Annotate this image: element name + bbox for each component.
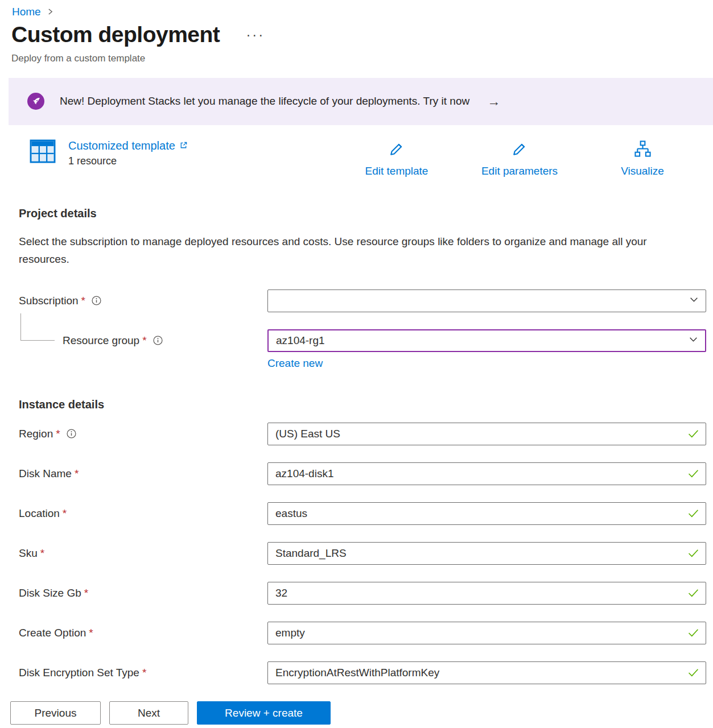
required-asterisk: * xyxy=(142,334,146,347)
customized-template-link[interactable]: Customized template xyxy=(68,139,188,152)
required-asterisk: * xyxy=(89,627,93,639)
project-details-description: Select the subscription to manage deploy… xyxy=(19,233,673,268)
region-label: Region * xyxy=(19,428,267,440)
valid-check-icon xyxy=(688,509,699,518)
create-option-label-text: Create Option xyxy=(19,627,86,639)
review-create-button[interactable]: Review + create xyxy=(197,701,331,725)
deployment-stacks-banner[interactable]: New! Deployment Stacks let you manage th… xyxy=(9,78,713,125)
project-details-heading: Project details xyxy=(19,207,706,220)
valid-check-icon xyxy=(688,628,699,637)
arrow-right-icon[interactable]: → xyxy=(487,95,500,108)
required-asterisk: * xyxy=(81,295,85,307)
create-option-value: empty xyxy=(275,627,305,639)
pencil-icon xyxy=(510,139,529,161)
required-asterisk: * xyxy=(84,587,88,599)
info-icon[interactable] xyxy=(92,296,101,305)
required-asterisk: * xyxy=(75,468,79,480)
visualize-button[interactable]: Visualize xyxy=(581,139,704,177)
chevron-down-icon xyxy=(689,334,698,347)
template-actions: Edit template Edit parameters Visualize xyxy=(335,139,704,177)
sku-value: Standard_LRS xyxy=(275,547,347,560)
page-subtitle: Deploy from a custom template xyxy=(0,47,713,64)
required-asterisk: * xyxy=(63,507,67,520)
form-row-region: Region * (US) East US xyxy=(19,423,706,445)
create-option-label: Create Option * xyxy=(19,627,267,639)
disk-name-label-text: Disk Name xyxy=(19,468,72,480)
disk-encryption-set-type-input[interactable]: EncryptionAtRestWithPlatformKey xyxy=(267,661,706,684)
org-chart-icon xyxy=(633,139,652,161)
breadcrumb-chevron-icon xyxy=(48,6,53,18)
chevron-down-icon xyxy=(689,295,699,307)
disk-name-label: Disk Name * xyxy=(19,468,267,480)
edit-template-label: Edit template xyxy=(365,165,428,177)
region-label-text: Region xyxy=(19,428,53,440)
page-header: Custom deployment ··· xyxy=(0,18,713,47)
disk-size-gb-value: 32 xyxy=(275,587,287,599)
resource-group-label-text: Resource group xyxy=(63,334,139,347)
location-value: eastus xyxy=(275,507,307,520)
location-label: Location * xyxy=(19,507,267,520)
disk-name-input[interactable]: az104-disk1 xyxy=(267,462,706,485)
rocket-icon xyxy=(27,93,44,110)
resource-count: 1 resource xyxy=(68,155,188,167)
edit-template-button[interactable]: Edit template xyxy=(335,139,458,177)
create-option-input[interactable]: empty xyxy=(267,622,706,644)
required-asterisk: * xyxy=(142,667,146,679)
subscription-label: Subscription * xyxy=(19,295,267,307)
instance-details-heading: Instance details xyxy=(19,398,706,411)
sku-input[interactable]: Standard_LRS xyxy=(267,542,706,565)
resource-group-label: Resource group * xyxy=(19,334,267,347)
tree-connector-line xyxy=(20,313,55,341)
form-row-create-new: Create new xyxy=(19,357,706,370)
banner-message: New! Deployment Stacks let you manage th… xyxy=(60,95,469,107)
disk-size-gb-input[interactable]: 32 xyxy=(267,582,706,605)
edit-parameters-button[interactable]: Edit parameters xyxy=(458,139,581,177)
wizard-footer: Previous Next Review + create xyxy=(0,686,713,728)
form-row-disk-size-gb: Disk Size Gb * 32 xyxy=(19,582,706,605)
disk-encryption-set-type-label-text: Disk Encryption Set Type xyxy=(19,667,139,679)
subscription-label-text: Subscription xyxy=(19,295,79,307)
subscription-dropdown[interactable] xyxy=(267,289,706,312)
required-asterisk: * xyxy=(40,547,44,560)
breadcrumb: Home xyxy=(0,0,713,18)
sku-label-text: Sku xyxy=(19,547,38,560)
template-card: Customized template 1 resource Edit temp… xyxy=(30,139,704,177)
disk-encryption-set-type-value: EncryptionAtRestWithPlatformKey xyxy=(275,667,439,679)
visualize-label: Visualize xyxy=(621,165,664,177)
info-icon[interactable] xyxy=(153,336,163,345)
valid-check-icon xyxy=(688,589,699,597)
valid-check-icon xyxy=(688,549,699,557)
form-row-subscription: Subscription * xyxy=(19,289,706,312)
pencil-icon xyxy=(388,139,406,161)
breadcrumb-home-link[interactable]: Home xyxy=(12,6,41,18)
resource-group-value: az104-rg1 xyxy=(276,334,325,347)
info-icon[interactable] xyxy=(67,429,76,439)
resource-group-dropdown[interactable]: az104-rg1 xyxy=(267,329,706,352)
previous-button[interactable]: Previous xyxy=(10,701,101,725)
form-row-location: Location * eastus xyxy=(19,502,706,525)
external-link-icon xyxy=(179,139,188,152)
form-row-resource-group: Resource group * az104-rg1 xyxy=(19,329,706,352)
edit-parameters-label: Edit parameters xyxy=(481,165,558,177)
form-row-disk-encryption-set-type: Disk Encryption Set Type * EncryptionAtR… xyxy=(19,661,706,684)
location-label-text: Location xyxy=(19,507,60,520)
template-icon xyxy=(30,139,56,167)
valid-check-icon xyxy=(688,429,699,438)
more-options-icon[interactable]: ··· xyxy=(246,27,265,47)
disk-name-value: az104-disk1 xyxy=(275,468,333,480)
valid-check-icon xyxy=(688,469,699,478)
customized-template-label: Customized template xyxy=(68,139,175,152)
disk-encryption-set-type-label: Disk Encryption Set Type * xyxy=(19,667,267,679)
region-input[interactable]: (US) East US xyxy=(267,423,706,445)
required-asterisk: * xyxy=(56,428,60,440)
page-title: Custom deployment xyxy=(11,23,220,47)
region-value: (US) East US xyxy=(275,428,340,440)
create-new-link[interactable]: Create new xyxy=(267,357,323,369)
valid-check-icon xyxy=(688,668,699,677)
project-details-rows: Subscription * Resource group * xyxy=(19,289,706,370)
disk-size-gb-label: Disk Size Gb * xyxy=(19,587,267,599)
next-button[interactable]: Next xyxy=(109,701,188,725)
disk-size-gb-label-text: Disk Size Gb xyxy=(19,587,81,599)
form-row-create-option: Create Option * empty xyxy=(19,622,706,644)
location-input[interactable]: eastus xyxy=(267,502,706,525)
